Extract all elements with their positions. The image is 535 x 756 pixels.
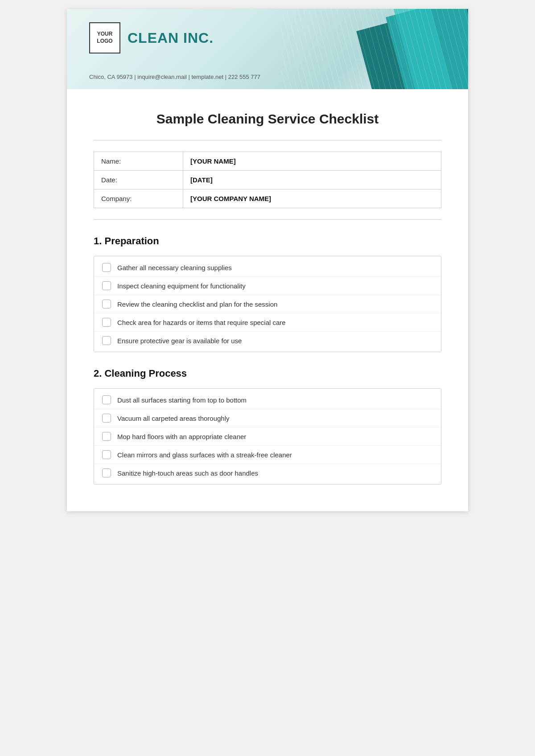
document-title: Sample Cleaning Service Checklist <box>94 111 441 127</box>
divider-bottom <box>94 219 441 220</box>
checkbox[interactable] <box>102 468 111 477</box>
main-content: Sample Cleaning Service Checklist Name: … <box>67 89 468 511</box>
logo-area: YOUR LOGO CLEAN INC. <box>89 22 214 53</box>
checklist-item-label: Inspect cleaning equipment for functiona… <box>117 282 246 290</box>
checklist-item-label: Sanitize high-touch areas such as door h… <box>117 469 258 477</box>
checkbox[interactable] <box>102 432 111 441</box>
checkbox[interactable] <box>102 395 111 404</box>
list-item: Sanitize high-touch areas such as door h… <box>94 464 441 482</box>
checklist-item-label: Dust all surfaces starting from top to b… <box>117 396 247 404</box>
info-row: Name: [YOUR NAME] <box>94 152 441 171</box>
info-value: [DATE] <box>183 171 441 189</box>
section-title-1: 1. Preparation <box>94 235 441 247</box>
sections-container: 1. PreparationGather all necessary clean… <box>94 235 441 485</box>
logo-box: YOUR LOGO <box>89 22 120 53</box>
info-table: Name: [YOUR NAME] Date: [DATE] Company: … <box>94 152 441 208</box>
checklist-item-label: Check area for hazards or items that req… <box>117 319 286 326</box>
list-item: Mop hard floors with an appropriate clea… <box>94 427 441 446</box>
info-value: [YOUR COMPANY NAME] <box>183 189 441 208</box>
checkbox[interactable] <box>102 281 111 290</box>
checkbox[interactable] <box>102 414 111 423</box>
checklist-item-label: Gather all necessary cleaning supplies <box>117 264 232 271</box>
info-label: Company: <box>94 189 183 208</box>
checkbox[interactable] <box>102 300 111 308</box>
list-item: Vacuum all carpeted areas thoroughly <box>94 409 441 427</box>
info-row: Company: [YOUR COMPANY NAME] <box>94 189 441 208</box>
list-item: Gather all necessary cleaning supplies <box>94 259 441 277</box>
checklist-item-label: Vacuum all carpeted areas thoroughly <box>117 415 230 422</box>
list-item: Check area for hazards or items that req… <box>94 313 441 332</box>
section-title-2: 2. Cleaning Process <box>94 368 441 379</box>
checklist-item-label: Clean mirrors and glass surfaces with a … <box>117 451 292 459</box>
diagonal-lines-svg <box>281 9 468 89</box>
checkbox[interactable] <box>102 450 111 459</box>
company-name: CLEAN INC. <box>128 30 214 46</box>
checkbox[interactable] <box>102 263 111 272</box>
checklist-item-label: Review the cleaning checklist and plan f… <box>117 300 277 308</box>
header-contact: Chico, CA 95973 | inquire@clean.mail | t… <box>89 74 260 80</box>
list-item: Inspect cleaning equipment for functiona… <box>94 277 441 295</box>
checklist-box-2: Dust all surfaces starting from top to b… <box>94 388 441 485</box>
info-label: Date: <box>94 171 183 189</box>
checkbox[interactable] <box>102 318 111 327</box>
divider-top <box>94 140 441 140</box>
svg-rect-1 <box>281 9 468 89</box>
list-item: Clean mirrors and glass surfaces with a … <box>94 446 441 464</box>
list-item: Ensure protective gear is available for … <box>94 332 441 349</box>
checklist-item-label: Ensure protective gear is available for … <box>117 337 242 345</box>
page: YOUR LOGO CLEAN INC. Chico, CA 95973 | i… <box>67 9 468 511</box>
checkbox[interactable] <box>102 336 111 345</box>
logo-text: YOUR LOGO <box>97 31 112 45</box>
section-1: 1. PreparationGather all necessary clean… <box>94 235 441 352</box>
list-item: Review the cleaning checklist and plan f… <box>94 295 441 313</box>
checklist-box-1: Gather all necessary cleaning suppliesIn… <box>94 256 441 352</box>
info-label: Name: <box>94 152 183 171</box>
info-value: [YOUR NAME] <box>183 152 441 171</box>
header: YOUR LOGO CLEAN INC. Chico, CA 95973 | i… <box>67 9 468 89</box>
header-decoration <box>281 9 468 89</box>
info-row: Date: [DATE] <box>94 171 441 189</box>
list-item: Dust all surfaces starting from top to b… <box>94 391 441 409</box>
checklist-item-label: Mop hard floors with an appropriate clea… <box>117 433 246 440</box>
section-2: 2. Cleaning ProcessDust all surfaces sta… <box>94 368 441 485</box>
